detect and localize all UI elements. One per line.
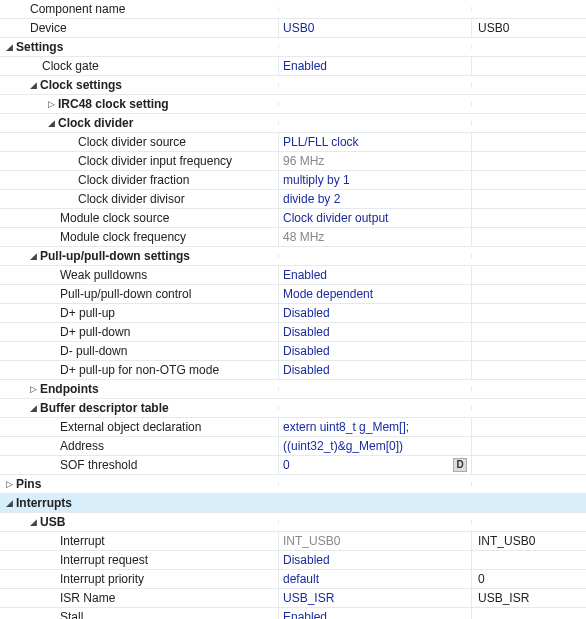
row-interrupt-request: Interrupt request Disabled [0, 551, 586, 570]
label-clock-gate: Clock gate [40, 59, 99, 73]
row-address: Address ((uint32_t)&g_Mem[0]) [0, 437, 586, 456]
value-module-clock-source[interactable]: Clock divider output [278, 209, 472, 227]
row-device: Device USB0 USB0 [0, 19, 586, 38]
expand-icon[interactable]: ◢ [28, 403, 38, 413]
value-sof-threshold[interactable]: 0 D [278, 456, 472, 474]
label-sof-threshold: SOF threshold [58, 458, 137, 472]
label-interrupts: Interrupts [14, 496, 72, 510]
row-divider-input-freq: Clock divider input frequency 96 MHz [0, 152, 586, 171]
value-divider-fraction[interactable]: multiply by 1 [278, 171, 472, 189]
row-pins[interactable]: ▷Pins [0, 475, 586, 494]
row-module-clock-freq: Module clock frequency 48 MHz [0, 228, 586, 247]
value-stall[interactable]: Enabled [278, 608, 472, 619]
row-settings[interactable]: ◢Settings [0, 38, 586, 57]
label-divider-divisor: Clock divider divisor [76, 192, 185, 206]
label-component-name: Component name [28, 2, 125, 16]
value-isr-name[interactable]: USB_ISR [278, 589, 472, 607]
row-interrupts[interactable]: ◢Interrupts [0, 494, 586, 513]
extra-interrupt: INT_USB0 [472, 532, 586, 550]
row-clock-gate: Clock gate Enabled [0, 57, 586, 76]
row-usb[interactable]: ◢USB [0, 513, 586, 532]
row-component-name: Component name [0, 0, 586, 19]
label-divider-fraction: Clock divider fraction [76, 173, 189, 187]
label-usb: USB [38, 515, 65, 529]
row-ext-decl: External object declaration extern uint8… [0, 418, 586, 437]
label-pins: Pins [14, 477, 41, 491]
label-divider-source: Clock divider source [76, 135, 186, 149]
label-pull-control: Pull-up/pull-down control [58, 287, 191, 301]
row-clock-settings[interactable]: ◢Clock settings [0, 76, 586, 95]
row-interrupt: Interrupt INT_USB0 INT_USB0 [0, 532, 586, 551]
expand-icon[interactable]: ◢ [28, 517, 38, 527]
value-interrupt-priority[interactable]: default [278, 570, 472, 588]
label-interrupt-priority: Interrupt priority [58, 572, 144, 586]
d-icon[interactable]: D [453, 458, 467, 472]
value-pull-control[interactable]: Mode dependent [278, 285, 472, 303]
value-dp-pullup[interactable]: Disabled [278, 304, 472, 322]
row-dm-pulldown: D- pull-down Disabled [0, 342, 586, 361]
expand-icon[interactable]: ▷ [4, 479, 14, 489]
row-weak-pulldowns: Weak pulldowns Enabled [0, 266, 586, 285]
expand-icon[interactable]: ◢ [46, 118, 56, 128]
label-divider-input-freq: Clock divider input frequency [76, 154, 232, 168]
value-device[interactable]: USB0 [278, 19, 472, 37]
row-interrupt-priority: Interrupt priority default 0 [0, 570, 586, 589]
row-sof-threshold: SOF threshold 0 D [0, 456, 586, 475]
value-divider-input-freq: 96 MHz [278, 152, 472, 170]
row-endpoints[interactable]: ▷Endpoints [0, 380, 586, 399]
label-isr-name: ISR Name [58, 591, 115, 605]
extra-component-name [472, 7, 586, 11]
label-dm-pulldown: D- pull-down [58, 344, 127, 358]
label-endpoints: Endpoints [38, 382, 99, 396]
value-ext-decl[interactable]: extern uint8_t g_Mem[]; [278, 418, 472, 436]
label-dp-nonotg: D+ pull-up for non-OTG mode [58, 363, 219, 377]
value-component-name[interactable] [278, 7, 472, 11]
value-dp-nonotg[interactable]: Disabled [278, 361, 472, 379]
label-address: Address [58, 439, 104, 453]
value-dp-pulldown[interactable]: Disabled [278, 323, 472, 341]
label-interrupt-request: Interrupt request [58, 553, 148, 567]
label-stall: Stall [58, 610, 83, 619]
row-pull-settings[interactable]: ◢Pull-up/pull-down settings [0, 247, 586, 266]
value-divider-source[interactable]: PLL/FLL clock [278, 133, 472, 151]
row-divider-fraction: Clock divider fraction multiply by 1 [0, 171, 586, 190]
extra-device: USB0 [472, 19, 586, 37]
label-bdt: Buffer descriptor table [38, 401, 169, 415]
expand-icon[interactable]: ◢ [28, 251, 38, 261]
label-irc48: IRC48 clock setting [56, 97, 169, 111]
expand-icon[interactable]: ▷ [28, 384, 38, 394]
label-interrupt: Interrupt [58, 534, 105, 548]
label-dp-pulldown: D+ pull-down [58, 325, 130, 339]
row-divider-source: Clock divider source PLL/FLL clock [0, 133, 586, 152]
expand-icon[interactable]: ▷ [46, 99, 56, 109]
value-interrupt: INT_USB0 [278, 532, 472, 550]
value-clock-gate[interactable]: Enabled [278, 57, 472, 75]
label-clock-divider: Clock divider [56, 116, 133, 130]
row-clock-divider[interactable]: ◢Clock divider [0, 114, 586, 133]
value-dm-pulldown[interactable]: Disabled [278, 342, 472, 360]
row-irc48[interactable]: ▷IRC48 clock setting [0, 95, 586, 114]
label-module-clock-source: Module clock source [58, 211, 169, 225]
row-divider-divisor: Clock divider divisor divide by 2 [0, 190, 586, 209]
value-interrupt-request[interactable]: Disabled [278, 551, 472, 569]
expand-icon[interactable]: ◢ [4, 498, 14, 508]
row-dp-pulldown: D+ pull-down Disabled [0, 323, 586, 342]
expand-icon[interactable]: ◢ [4, 42, 14, 52]
row-isr-name: ISR Name USB_ISR USB_ISR [0, 589, 586, 608]
label-ext-decl: External object declaration [58, 420, 201, 434]
row-module-clock-source: Module clock source Clock divider output [0, 209, 586, 228]
extra-isr-name: USB_ISR [472, 589, 586, 607]
extra-interrupt-priority: 0 [472, 570, 586, 588]
value-weak-pulldowns[interactable]: Enabled [278, 266, 472, 284]
label-weak-pulldowns: Weak pulldowns [58, 268, 147, 282]
row-dp-nonotg: D+ pull-up for non-OTG mode Disabled [0, 361, 586, 380]
value-divider-divisor[interactable]: divide by 2 [278, 190, 472, 208]
label-settings: Settings [14, 40, 63, 54]
row-stall: Stall Enabled [0, 608, 586, 619]
label-module-clock-freq: Module clock frequency [58, 230, 186, 244]
label-clock-settings: Clock settings [38, 78, 122, 92]
row-bdt[interactable]: ◢Buffer descriptor table [0, 399, 586, 418]
label-pull-settings: Pull-up/pull-down settings [38, 249, 190, 263]
value-address[interactable]: ((uint32_t)&g_Mem[0]) [278, 437, 472, 455]
expand-icon[interactable]: ◢ [28, 80, 38, 90]
